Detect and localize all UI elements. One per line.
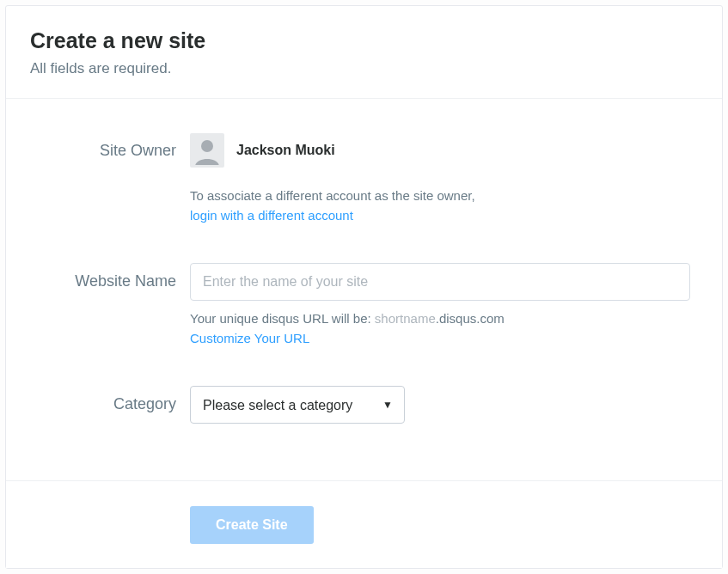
category-select-wrap: Please select a category ▼ bbox=[190, 386, 405, 424]
url-help-shortname: shortname bbox=[375, 311, 436, 326]
login-different-account-link[interactable]: login with a different account bbox=[190, 208, 353, 223]
field-website-name: Your unique disqus URL will be: shortnam… bbox=[190, 263, 690, 348]
url-help-prefix: Your unique disqus URL will be: bbox=[190, 311, 375, 326]
page-subtitle: All fields are required. bbox=[30, 60, 698, 77]
row-site-owner: Site Owner Jackson Muoki To associate a … bbox=[30, 133, 698, 225]
label-category: Category bbox=[30, 386, 190, 413]
row-category: Category Please select a category ▼ bbox=[30, 386, 698, 424]
form-body: Site Owner Jackson Muoki To associate a … bbox=[6, 99, 722, 424]
label-website-name: Website Name bbox=[30, 263, 190, 290]
customize-url-link[interactable]: Customize Your URL bbox=[190, 331, 309, 345]
page-title: Create a new site bbox=[30, 28, 698, 53]
create-site-button[interactable]: Create Site bbox=[190, 506, 314, 544]
url-help-suffix: .disqus.com bbox=[436, 311, 505, 326]
field-site-owner: Jackson Muoki To associate a different a… bbox=[190, 133, 690, 225]
avatar-icon bbox=[190, 133, 224, 168]
owner-help-text: To associate a different account as the … bbox=[190, 188, 475, 203]
svg-point-0 bbox=[201, 140, 213, 152]
owner-name: Jackson Muoki bbox=[236, 143, 335, 158]
card-header: Create a new site All fields are require… bbox=[6, 6, 722, 99]
url-help: Your unique disqus URL will be: shortnam… bbox=[190, 309, 690, 348]
category-select[interactable]: Please select a category bbox=[190, 386, 405, 424]
label-site-owner: Site Owner bbox=[30, 133, 190, 160]
create-site-card: Create a new site All fields are require… bbox=[5, 5, 723, 569]
row-website-name: Website Name Your unique disqus URL will… bbox=[30, 263, 698, 348]
website-name-input[interactable] bbox=[190, 263, 690, 301]
field-category: Please select a category ▼ bbox=[190, 386, 690, 424]
owner-identity: Jackson Muoki bbox=[190, 133, 690, 168]
owner-help: To associate a different account as the … bbox=[190, 186, 690, 225]
card-footer: Create Site bbox=[6, 480, 722, 568]
